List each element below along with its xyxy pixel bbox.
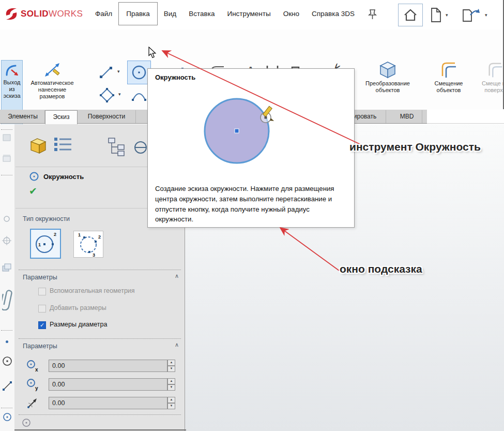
paperclip-icon[interactable] <box>2 288 12 310</box>
center-circle-type-icon: 1 2 <box>31 230 60 258</box>
tooltip-title: Окружность <box>155 73 195 81</box>
arc-tool-button[interactable] <box>129 85 149 105</box>
section-separator <box>19 270 181 270</box>
menu-edit[interactable]: Правка <box>118 2 158 25</box>
new-document-button[interactable] <box>426 5 446 25</box>
main-menu: Файл Правка Вид Вставка Инструменты Окно… <box>89 0 361 27</box>
spinner-down-icon[interactable]: ▼ <box>167 384 175 391</box>
publish-button[interactable] <box>458 4 484 26</box>
construction-geometry-label: Вспомогательная геометрия <box>50 287 135 295</box>
tab-features[interactable]: Элементы <box>1 110 45 123</box>
configuration-tree-icon[interactable] <box>106 136 127 157</box>
parameters-header-2[interactable]: Параметры <box>23 343 57 350</box>
menu-bar: SOLIDWORKS Файл Правка Вид Вставка Инстр… <box>0 0 504 29</box>
tab-sketch[interactable]: Эскиз <box>45 110 78 124</box>
collapse-chevron-icon[interactable]: ∧ <box>175 273 179 279</box>
spinner-up-icon[interactable]: ▲ <box>167 360 175 366</box>
offset-entities-label: Смещение объектов <box>424 80 474 94</box>
menu-insert[interactable]: Вставка <box>182 7 221 21</box>
strip-icon-1[interactable] <box>2 133 11 142</box>
featuremanager-part-icon[interactable] <box>27 135 49 156</box>
left-view-toolbar <box>0 124 14 431</box>
offset-entities-button[interactable]: Смещение объектов <box>424 61 474 94</box>
autodimension-label: Автоматическое нанесение размеров <box>26 80 79 100</box>
convert-entities-icon <box>378 61 398 79</box>
rectangle-tool-caret-icon[interactable]: ▾ <box>118 92 121 97</box>
line-tool-button[interactable] <box>96 63 116 82</box>
radius-field[interactable]: 0.00 <box>49 397 167 409</box>
svg-text:y: y <box>35 385 38 391</box>
tab-surfaces[interactable]: Поверхности <box>78 110 136 123</box>
pin-menu-icon[interactable] <box>367 8 377 21</box>
strip-icon-crosshair[interactable] <box>2 236 11 245</box>
menu-help-3ds[interactable]: Справка 3DS <box>306 7 361 21</box>
construction-geometry-checkbox[interactable] <box>38 288 46 295</box>
propertymanager-list-icon[interactable] <box>53 136 73 155</box>
strip-line-tool-icon[interactable] <box>2 381 12 391</box>
menu-tools[interactable]: Инструменты <box>221 7 277 21</box>
perimeter-circle-type-button[interactable]: 1 2 3 <box>73 231 103 258</box>
annotation-tooltip-label: окно подсказка <box>340 263 422 275</box>
spinner-up-icon[interactable]: ▲ <box>167 397 175 403</box>
tooltip-circle-illustration <box>179 85 324 179</box>
center-circle-type-button[interactable]: 1 2 <box>30 229 61 259</box>
strip-icon-stack[interactable] <box>2 263 12 273</box>
center-x-spinner[interactable]: ▲ ▼ <box>167 360 175 372</box>
spinner-down-icon[interactable]: ▼ <box>167 366 175 372</box>
circle-tooltip-popup: Окружность Создание эскиза окружности. Н… <box>147 68 355 228</box>
center-x-field[interactable]: 0.00 <box>49 360 167 372</box>
strip-circle-tool-icon[interactable] <box>2 356 12 366</box>
svg-text:3: 3 <box>93 252 95 257</box>
line-tool-caret-icon[interactable]: ▾ <box>117 69 120 74</box>
radius-spinner[interactable]: ▲ ▼ <box>167 397 175 409</box>
dassault-logo-icon <box>4 7 19 21</box>
exit-sketch-label: Выход из эскиза <box>3 79 21 100</box>
rectangle-tool-button[interactable] <box>97 85 117 105</box>
rectangle-tool-icon <box>99 87 115 103</box>
collapse-chevron-icon[interactable]: ∧ <box>175 341 179 348</box>
brand-text: SOLIDWORKS <box>21 9 83 19</box>
arc-tool-icon <box>131 87 147 103</box>
spinner-down-icon[interactable]: ▼ <box>167 403 175 409</box>
perimeter-circle-type-icon: 1 2 3 <box>74 231 103 257</box>
svg-text:2: 2 <box>54 232 56 237</box>
panel-title: Окружность <box>43 173 84 181</box>
window-edge-bottom <box>14 429 186 430</box>
ok-check-button[interactable]: ✔ <box>29 185 37 197</box>
autodimension-button[interactable]: Автоматическое нанесение размеров <box>26 62 79 100</box>
line-tool-icon <box>98 65 114 80</box>
radius-icon <box>26 396 40 410</box>
menu-window[interactable]: Окно <box>277 7 306 21</box>
tab-mbd[interactable]: MBD <box>392 110 422 123</box>
new-document-icon <box>430 7 442 23</box>
diameter-dimensions-checkbox[interactable]: ✓ <box>38 321 46 329</box>
offset-on-surface-button[interactable]: Смеще по поверхн <box>480 61 504 94</box>
circle-type-header[interactable]: Тип окружности <box>23 215 70 222</box>
exit-sketch-icon <box>4 63 20 77</box>
spinner-up-icon[interactable]: ▲ <box>167 378 175 384</box>
center-y-spinner[interactable]: ▲ ▼ <box>167 378 175 391</box>
add-dimensions-label: Добавить размеры <box>50 304 106 312</box>
circle-command-icon <box>29 171 39 182</box>
home-button[interactable] <box>398 4 423 26</box>
strip-icon-2[interactable] <box>2 154 11 162</box>
tab-strip-spacer <box>427 110 504 124</box>
publish-caret-icon[interactable]: ▾ <box>485 12 487 18</box>
add-dimensions-checkbox[interactable] <box>38 305 46 313</box>
annotation-tool-label: инструмент Окружность <box>349 141 481 153</box>
section-separator <box>19 338 181 339</box>
center-y-field[interactable]: 0.00 <box>49 378 167 391</box>
strip-circle2-icon[interactable] <box>2 412 12 422</box>
tooltip-description: Создание эскиза окружности. Нажмите для … <box>155 184 349 225</box>
svg-text:2: 2 <box>98 234 101 240</box>
parameters-header-1[interactable]: Параметры <box>23 274 57 281</box>
strip-icon-circle[interactable] <box>3 215 10 222</box>
new-document-caret-icon[interactable]: ▾ <box>446 12 448 18</box>
solidworks-logo: SOLIDWORKS <box>4 7 83 21</box>
circle-tool-icon <box>130 64 148 81</box>
publish-icon <box>461 7 481 23</box>
menu-view[interactable]: Вид <box>158 7 182 21</box>
convert-entities-button[interactable]: Преобразование объектов <box>356 61 420 94</box>
svg-text:x: x <box>35 367 38 373</box>
menu-file[interactable]: Файл <box>89 7 118 21</box>
